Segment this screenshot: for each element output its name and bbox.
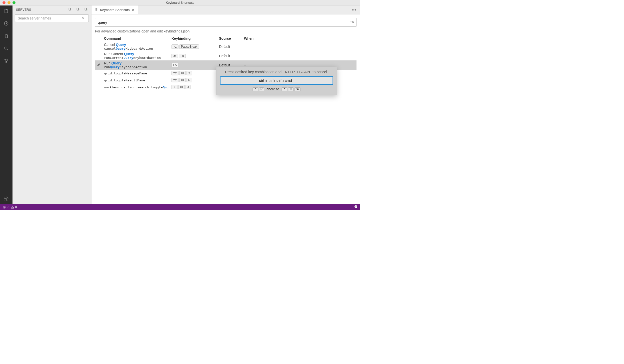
svg-point-7 [6,198,7,199]
server-search-input[interactable] [15,14,89,22]
window-controls [0,1,16,4]
popover-prompt: Press desired key combination and ENTER.… [220,70,333,74]
svg-rect-1 [6,9,6,10]
table-row[interactable]: Cancel QuerycancelQueryKeyboardAction⌥Pa… [95,42,356,51]
sidebar: SERVERS ✕ [12,5,92,204]
clear-search-icon[interactable]: ✕ [82,16,85,20]
tab-bar: Keyboard Shortcuts ✕ ••• [92,5,360,14]
svg-point-15 [355,206,356,206]
new-query-icon[interactable] [76,7,81,12]
svg-point-4 [5,59,6,60]
status-errors[interactable]: 0 [2,205,8,209]
col-when[interactable]: When [244,36,356,40]
svg-point-11 [86,9,88,10]
tab-overflow-button[interactable]: ••• [348,5,360,14]
window-title: Keyboard Shortcuts [0,1,360,4]
svg-rect-10 [85,8,86,10]
server-connect-icon[interactable] [84,7,89,12]
sidebar-title: SERVERS [16,8,31,11]
minimize-window-button[interactable] [8,1,10,4]
close-tab-icon[interactable]: ✕ [132,8,135,12]
tab-label: Keyboard Shortcuts [100,8,130,12]
svg-point-6 [6,62,7,63]
table-header: Command Keybinding Source When [95,36,356,42]
source-cell: Default [219,45,244,49]
activity-bar [0,5,12,204]
when-cell: — [244,45,356,48]
advanced-hint: For advanced customizations open and edi… [95,29,356,33]
keybinding-cell: F5 [172,63,219,67]
servers-activity-icon[interactable] [3,7,10,14]
edit-keybinding-icon[interactable] [97,63,100,67]
keybinding-cell: ⌥⌘Y [172,71,219,75]
svg-rect-12 [350,21,353,23]
svg-point-5 [7,59,8,60]
source-control-activity-icon[interactable] [3,57,10,64]
when-cell: — [244,54,356,58]
col-source[interactable]: Source [219,36,244,40]
settings-gear-icon[interactable] [3,195,10,202]
svg-point-14 [354,205,357,208]
keybindings-json-link[interactable]: keybindings.json [164,29,190,33]
history-activity-icon[interactable] [3,20,10,27]
keybinding-search-input[interactable] [95,18,356,27]
command-cell: Run Current QueryrunCurrentQueryKeyboard… [104,52,172,60]
titlebar: Keyboard Shortcuts [0,0,360,5]
col-command[interactable]: Command [104,36,172,40]
svg-point-3 [4,47,7,49]
keybinding-cell: ⌥⌘R [172,78,219,82]
command-cell: grid.toggleMessagePane [104,71,172,75]
when-cell: — [244,63,356,67]
svg-rect-8 [69,8,70,10]
list-icon [94,8,98,12]
svg-point-16 [356,206,356,206]
command-cell: workbench.action.search.toggleQuery… [104,85,172,89]
keybinding-capture-popover: Press desired key combination and ENTER.… [216,67,337,95]
keybinding-cell: ⇧⌘J [172,85,219,89]
close-window-button[interactable] [2,1,6,4]
command-cell: Cancel QuerycancelQueryKeyboardAction [104,43,172,50]
feedback-smile-icon[interactable] [354,205,358,209]
status-bar: 0 0 [0,204,360,210]
command-cell: Run QueryrunQueryKeyboardAction [104,61,172,69]
tab-keyboard-shortcuts[interactable]: Keyboard Shortcuts ✕ [92,5,138,14]
command-cell: grid.toggleResultPane [104,78,172,82]
status-warnings[interactable]: 0 [11,205,17,209]
keybinding-capture-input[interactable] [220,76,333,85]
table-row[interactable]: Run Current QueryrunCurrentQueryKeyboard… [95,51,356,60]
chord-preview: ⌃R chord to ⌃⇧⌘ [220,87,333,91]
record-keys-icon[interactable] [350,20,354,25]
files-activity-icon[interactable] [3,32,10,39]
zoom-window-button[interactable] [12,1,16,4]
editor-area: Keyboard Shortcuts ✕ ••• For advanced cu… [92,5,360,204]
svg-rect-9 [77,8,78,10]
col-keybinding[interactable]: Keybinding [172,36,219,40]
source-cell: Default [219,54,244,58]
keybinding-cell: ⌥PauseBreak [172,44,219,49]
keybinding-cell: ⌘F5 [172,54,219,58]
new-connection-icon[interactable] [68,7,73,12]
search-activity-icon[interactable] [3,45,10,52]
